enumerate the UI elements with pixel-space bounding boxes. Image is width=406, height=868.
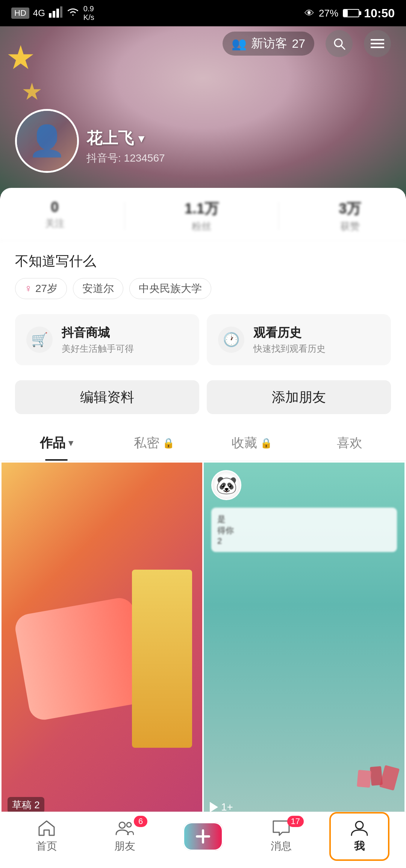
username: 花上飞 ▾ [86, 128, 165, 149]
signal-bars [49, 6, 62, 20]
shop-icon: 🛒 [26, 327, 53, 353]
messages-label: 消息 [271, 839, 292, 853]
draft-label: 草稿 2 [8, 797, 44, 812]
tab-collect[interactable]: 收藏 🔒 [203, 425, 301, 461]
video-grid: 草稿 2 🐼 是 得你 2 1+ [0, 461, 406, 812]
svg-rect-3 [60, 6, 62, 18]
tab-likes[interactable]: 喜欢 [301, 425, 398, 461]
battery-icon [343, 9, 359, 17]
nav-friends[interactable]: 6 朋友 [98, 820, 151, 853]
svg-rect-0 [49, 13, 52, 18]
bio-text: 不知道写什么 [15, 252, 391, 271]
tag-school[interactable]: 中央民族大学 [129, 278, 211, 299]
status-bar: HD 4G 0.9K/s 👁 27% 10:50 [0, 0, 406, 26]
shop-subtitle: 美好生活触手可得 [62, 343, 134, 355]
shop-title: 抖音商城 [62, 325, 134, 341]
tabs-row: 作品 ▾ 私密 🔒 收藏 🔒 喜欢 [0, 425, 406, 461]
svg-point-13 [356, 821, 363, 829]
chat-overlay: 是 得你 2 [211, 508, 397, 552]
home-label: 首页 [36, 839, 57, 853]
play-count: 1+ [210, 801, 233, 812]
svg-rect-2 [56, 9, 59, 18]
private-lock-icon: 🔒 [162, 437, 174, 449]
3d-shapes [352, 759, 397, 789]
profile-actions: 👥 新访客 27 [0, 30, 406, 57]
svg-line-5 [341, 45, 345, 49]
search-button[interactable] [326, 30, 353, 57]
history-card[interactable]: 🕐 观看历史 快速找到观看历史 [207, 314, 391, 365]
friends-badge: 6 [134, 816, 147, 827]
add-friend-button[interactable]: 添加朋友 [207, 380, 391, 414]
new-visitors-label: 新访客 [251, 35, 287, 52]
bottom-nav: 首页 6 朋友 17 消息 [0, 812, 406, 868]
nav-messages[interactable]: 17 消息 [255, 820, 308, 853]
add-button[interactable] [184, 823, 222, 850]
tab-private[interactable]: 私密 🔒 [105, 425, 203, 461]
status-right: 👁 27% 10:50 [304, 6, 395, 20]
history-icon: 🕐 [218, 327, 244, 353]
edit-profile-button[interactable]: 编辑资料 [15, 380, 199, 414]
nav-home[interactable]: 首页 [20, 820, 73, 853]
avatar[interactable]: 👤 [15, 109, 79, 173]
svg-point-9 [119, 822, 125, 828]
tag-gender-age[interactable]: ♀ 27岁 [15, 278, 67, 299]
battery-percent: 27% [319, 8, 338, 19]
nav-me[interactable]: 我 [333, 820, 386, 853]
friends-label: 朋友 [114, 839, 135, 853]
status-left: HD 4G 0.9K/s [11, 5, 94, 22]
tags-row: ♀ 27岁 安道尔 中央民族大学 [15, 278, 391, 299]
avatar-area: 👤 花上飞 ▾ 抖音号: 1234567 [15, 109, 165, 173]
hd-badge: HD [11, 8, 29, 19]
history-subtitle: 快速找到观看历史 [253, 343, 326, 355]
panda-avatar: 🐼 [211, 470, 241, 500]
stat-likes[interactable]: 3万 获赞 [339, 199, 361, 233]
tab-works[interactable]: 作品 ▾ [8, 425, 105, 461]
content-area: 0 关注 1.1万 粉丝 3万 获赞 不知道写什么 ♀ 27岁 安道尔 中央民族… [0, 188, 406, 812]
visitors-icon: 👥 [232, 36, 247, 51]
action-buttons: 编辑资料 添加朋友 [0, 373, 406, 422]
svg-rect-12 [196, 835, 210, 838]
stat-followers[interactable]: 1.1万 粉丝 [185, 199, 219, 233]
new-visitors-count: 27 [292, 37, 305, 51]
history-title: 观看历史 [253, 325, 326, 341]
wifi-icon [66, 6, 80, 20]
video-item-draft[interactable]: 草稿 2 [2, 463, 202, 812]
shop-card[interactable]: 🛒 抖音商城 美好生活触手可得 [15, 314, 199, 365]
svg-rect-1 [53, 11, 55, 18]
tag-location[interactable]: 安道尔 [73, 278, 123, 299]
video-item-1[interactable]: 🐼 是 得你 2 1+ [204, 463, 404, 812]
bio-section: 不知道写什么 ♀ 27岁 安道尔 中央民族大学 [0, 241, 406, 307]
eye-icon: 👁 [304, 8, 314, 19]
menu-button[interactable] [364, 30, 391, 57]
collect-lock-icon: 🔒 [260, 437, 272, 449]
me-label: 我 [354, 839, 365, 853]
quick-links: 🛒 抖音商城 美好生活触手可得 🕐 观看历史 快速找到观看历史 [0, 307, 406, 373]
time: 10:50 [364, 6, 395, 20]
network-speed: 0.9K/s [83, 5, 94, 22]
stat-following[interactable]: 0 关注 [45, 199, 65, 233]
messages-badge: 17 [287, 816, 304, 827]
svg-point-10 [127, 823, 131, 827]
profile-cover: 👥 新访客 27 👤 花上飞 ▾ [0, 0, 406, 195]
username-area: 花上飞 ▾ 抖音号: 1234567 [86, 128, 165, 173]
new-visitors-btn[interactable]: 👥 新访客 27 [223, 32, 314, 56]
dropdown-arrow-icon[interactable]: ▾ [138, 132, 144, 145]
nav-add[interactable] [177, 822, 229, 851]
tab-works-arrow: ▾ [68, 438, 73, 448]
stats-row: 0 关注 1.1万 粉丝 3万 获赞 [0, 188, 406, 241]
user-id: 抖音号: 1234567 [86, 151, 165, 165]
network-signal: 4G [33, 8, 45, 18]
